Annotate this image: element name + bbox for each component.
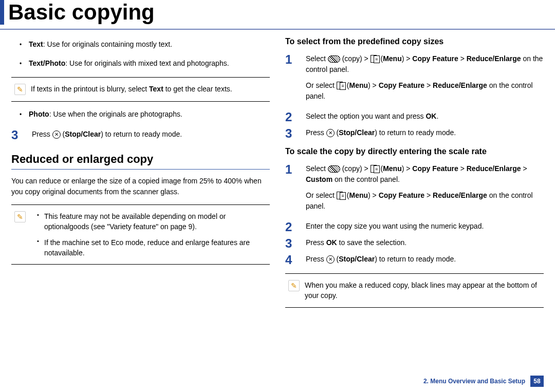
note-item: If the machine set to Eco mode, reduce a…	[44, 237, 265, 258]
right-column: To select from the predefined copy sizes…	[285, 37, 544, 315]
t: Select	[306, 54, 328, 63]
b: Stop/Clear	[339, 128, 375, 137]
step-number: 3	[285, 126, 300, 140]
t: Or select	[306, 81, 337, 89]
pencil-icon: ✎	[14, 211, 26, 222]
t: >	[424, 81, 433, 89]
step-text: ) to return to ready mode.	[101, 130, 182, 138]
note-item: This feature may not be available depend…	[44, 211, 265, 232]
step-body: Select (copy) > (Menu) > Copy Feature > …	[306, 162, 544, 217]
step-text: Press	[32, 130, 52, 138]
b: Reduce/Enlarge	[433, 81, 487, 89]
b: Reduce/Enlarge	[433, 191, 487, 199]
title-header: Basic copying	[0, 0, 555, 27]
step-number: 2	[285, 110, 300, 123]
step-b2: 2 Enter the copy size you want using the…	[285, 220, 544, 233]
page-number: 58	[530, 376, 544, 387]
page-title: Basic copying	[8, 0, 155, 25]
step-a3: 3 Press (Stop/Clear) to return to ready …	[285, 126, 544, 140]
step-b4: 4 Press (Stop/Clear) to return to ready …	[285, 253, 544, 266]
step-body: Press OK to save the selection.	[306, 236, 544, 250]
b: Custom	[306, 175, 332, 183]
note-list: This feature may not be available depend…	[31, 211, 265, 258]
b: Menu	[383, 54, 402, 63]
note-body: When you make a reduced copy, black line…	[305, 280, 539, 301]
copy-icon	[328, 165, 340, 173]
stop-clear-icon	[326, 255, 335, 264]
subheading-scale: To scale the copy by directly entering t…	[285, 147, 544, 156]
t: ) >	[402, 164, 413, 173]
left-column: Text: Use for originals containing mostl…	[11, 37, 270, 315]
step-body: Select (copy) > (Menu) > Copy Feature > …	[306, 52, 544, 107]
step-number: 1	[285, 162, 300, 217]
step-body: Press (Stop/Clear) to return to ready mo…	[306, 126, 544, 140]
note-text: to get the clear texts.	[163, 85, 232, 93]
menu-icon	[371, 55, 379, 63]
b: Menu	[383, 164, 402, 173]
pencil-icon: ✎	[288, 280, 300, 291]
note-body: If texts in the printout is blurry, sele…	[31, 84, 232, 95]
step-number: 3	[11, 128, 26, 141]
step-a1: 1 Select (copy) > (Menu) > Copy Feature …	[285, 52, 544, 107]
bullet-bold: Photo	[29, 110, 49, 118]
t: on the control panel.	[332, 175, 400, 183]
b: OK	[425, 112, 436, 120]
menu-icon	[337, 82, 345, 90]
t: Or select	[306, 191, 337, 199]
t: (copy) >	[342, 164, 371, 173]
step-bold: Stop/Clear	[65, 130, 101, 138]
t: >	[424, 191, 433, 199]
b: OK	[326, 238, 337, 247]
t: Press	[306, 238, 326, 247]
t: >	[458, 164, 467, 173]
step-number: 2	[285, 220, 300, 233]
t: ) to return to ready mode.	[375, 128, 456, 137]
t: Select the option you want and press	[306, 112, 425, 120]
bullet-list-1: Text: Use for originals containing mostl…	[11, 39, 270, 69]
menu-icon	[371, 165, 379, 173]
t: Select	[306, 164, 328, 173]
t: >	[521, 164, 527, 173]
step-body: Press (Stop/Clear) to return to ready mo…	[306, 253, 544, 266]
step-a2: 2 Select the option you want and press O…	[285, 110, 544, 123]
bullet-list-2: Photo: Use when the originals are photog…	[11, 109, 270, 120]
t: Press	[306, 128, 326, 137]
b: Reduce/Enlarge	[467, 54, 521, 63]
t: >	[458, 54, 467, 63]
stop-clear-icon	[52, 130, 61, 139]
note-bold: Text	[149, 85, 163, 93]
b: Copy Feature	[379, 191, 424, 199]
note-availability: ✎ This feature may not be available depe…	[11, 204, 270, 265]
copy-icon	[328, 55, 340, 63]
step-number: 1	[285, 52, 300, 107]
bullet-text: Text: Use for originals containing mostl…	[29, 39, 270, 50]
b: Copy Feature	[379, 81, 424, 89]
bullet-text-photo: Text/Photo: Use for originals with mixed…	[29, 58, 270, 69]
t: ) >	[402, 54, 413, 63]
t: ) to return to ready mode.	[375, 255, 456, 263]
t: .	[436, 112, 438, 120]
subheading-predefined: To select from the predefined copy sizes	[285, 37, 544, 46]
chapter-name: 2. Menu Overview and Basic Setup	[423, 378, 525, 385]
title-accent-bar	[0, 0, 4, 25]
b: Menu	[349, 191, 368, 199]
section-body: You can reduce or enlarge the size of a …	[11, 176, 270, 197]
step-number: 3	[285, 236, 300, 250]
b: Menu	[349, 81, 368, 89]
note-blurry-text: ✎ If texts in the printout is blurry, se…	[11, 77, 270, 102]
bullet-bold: Text	[29, 40, 43, 48]
t: to save the selection.	[337, 238, 406, 247]
bullet-rest: : Use for originals containing mostly te…	[43, 40, 172, 48]
bullet-bold: Text/Photo	[29, 59, 65, 67]
step-body: Enter the copy size you want using the n…	[306, 220, 544, 233]
step-body: Press (Stop/Clear) to return to ready mo…	[32, 128, 270, 141]
note-text: If texts in the printout is blurry, sele…	[31, 85, 149, 93]
stop-clear-icon	[326, 129, 335, 137]
section-rule	[11, 169, 270, 170]
t: ) >	[368, 81, 379, 89]
b: Reduce/Enlarge	[467, 164, 521, 173]
step-b1: 1 Select (copy) > (Menu) > Copy Feature …	[285, 162, 544, 217]
t: Press	[306, 255, 326, 263]
step-3-left: 3 Press (Stop/Clear) to return to ready …	[11, 128, 270, 141]
bullet-rest: : Use when the originals are photographs…	[49, 110, 182, 118]
